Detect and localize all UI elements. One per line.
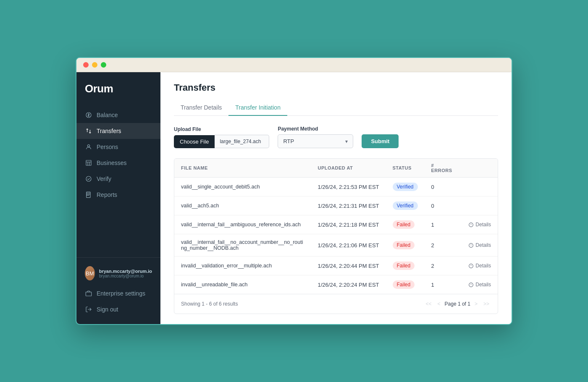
status-badge: Verified xyxy=(393,201,418,210)
cell-status: Verified xyxy=(386,178,425,196)
page-title: Transfers xyxy=(174,82,498,93)
details-link[interactable]: Details xyxy=(468,263,491,269)
details-link[interactable]: Details xyxy=(468,282,491,288)
cell-file-name: invalid__unreadable_file.ach xyxy=(174,275,311,294)
traffic-light-red[interactable] xyxy=(83,62,89,68)
sidebar-item-transfers[interactable]: Transfers xyxy=(76,123,160,139)
table-row: valid__internal_fail__ambiguous_referenc… xyxy=(174,215,498,234)
page-info: Page 1 of 1 xyxy=(445,301,470,307)
next-page-button[interactable]: > xyxy=(473,300,479,308)
page-header: Transfers Transfer Details Transfer Init… xyxy=(160,72,512,116)
avatar: BM xyxy=(85,266,95,280)
col-file-name: FILE NAME xyxy=(174,159,311,178)
first-page-button[interactable]: << xyxy=(424,300,433,308)
file-name-display: large_file_274.ach xyxy=(215,135,269,148)
payment-section: Payment Method RTP ▾ xyxy=(278,126,353,148)
sidebar-item-label: Verify xyxy=(97,175,111,182)
prev-page-button[interactable]: < xyxy=(436,300,442,308)
app-container: Orum Balance Transfers xyxy=(76,72,512,324)
signout-icon xyxy=(85,306,92,313)
svg-rect-2 xyxy=(86,160,91,165)
user-email: bryan.mccarty@orum.io xyxy=(99,274,152,278)
last-page-button[interactable]: >> xyxy=(482,300,491,308)
sidebar-item-reports[interactable]: Reports xyxy=(76,187,160,203)
cell-details xyxy=(462,196,498,215)
sidebar-item-label: Persons xyxy=(97,144,118,150)
sidebar-bottom: BM bryan.mccarty@orum.io bryan.mccarty@o… xyxy=(76,257,160,317)
sidebar-item-verify[interactable]: Verify xyxy=(76,171,160,187)
sidebar: Orum Balance Transfers xyxy=(76,72,160,324)
sidebar-item-label: Enterprise settings xyxy=(97,290,145,297)
cell-details[interactable]: Details xyxy=(462,215,498,234)
tab-transfer-initiation[interactable]: Transfer Initiation xyxy=(228,100,287,116)
cell-details[interactable]: Details xyxy=(462,256,498,275)
transfer-icon xyxy=(85,127,92,135)
sidebar-nav: Balance Transfers Persons xyxy=(76,107,160,257)
user-text: bryan.mccarty@orum.io bryan.mccarty@orum… xyxy=(99,269,152,278)
cell-uploaded-at: 1/26/24, 2:21:18 PM EST xyxy=(311,215,386,234)
cell-errors: 0 xyxy=(425,196,462,215)
person-icon xyxy=(85,143,92,151)
cell-status: Failed xyxy=(386,215,425,234)
svg-point-1 xyxy=(87,145,89,147)
cell-errors: 1 xyxy=(425,215,462,234)
sidebar-item-persons[interactable]: Persons xyxy=(76,139,160,155)
browser-window: Orum Balance Transfers xyxy=(76,57,512,325)
sidebar-item-signout[interactable]: Sign out xyxy=(76,301,160,317)
table-row: valid__internal_fail__no_account_number_… xyxy=(174,234,498,256)
cell-details[interactable]: Details xyxy=(462,275,498,294)
payment-method-value: RTP xyxy=(283,138,294,144)
browser-titlebar xyxy=(76,58,512,72)
enterprise-icon xyxy=(85,290,92,297)
cell-uploaded-at: 1/26/24, 2:21:31 PM EST xyxy=(311,196,386,215)
cell-errors: 2 xyxy=(425,234,462,256)
table-row: invalid__validation_error__multiple.ach … xyxy=(174,256,498,275)
col-errors: # ERRORS xyxy=(425,159,462,178)
cell-details[interactable]: Details xyxy=(462,234,498,256)
chevron-down-icon: ▾ xyxy=(345,139,348,144)
cell-errors: 0 xyxy=(425,178,462,196)
status-badge: Failed xyxy=(393,262,415,270)
cell-uploaded-at: 1/26/24, 2:21:53 PM EST xyxy=(311,178,386,196)
tab-transfer-details[interactable]: Transfer Details xyxy=(174,100,228,116)
table-header-row: FILE NAME UPLOADED AT STATUS # ERRORS xyxy=(174,159,498,178)
col-uploaded-at: UPLOADED AT xyxy=(311,159,386,178)
showing-text: Showing 1 - 6 of 6 results xyxy=(181,301,238,307)
cell-file-name: valid__ach5.ach xyxy=(174,196,311,215)
submit-button[interactable]: Submit xyxy=(362,134,399,148)
details-link[interactable]: Details xyxy=(468,222,491,228)
content-area: Upload File Choose File large_file_274.a… xyxy=(160,116,512,324)
building-icon xyxy=(85,159,92,167)
traffic-light-yellow[interactable] xyxy=(92,62,97,68)
col-actions xyxy=(462,159,498,178)
dollar-circle-icon xyxy=(85,111,92,119)
cell-details xyxy=(462,178,498,196)
cell-uploaded-at: 1/26/24, 2:20:44 PM EST xyxy=(311,256,386,275)
choose-file-button[interactable]: Choose File xyxy=(174,135,215,148)
cell-file-name: valid__internal_fail__ambiguous_referenc… xyxy=(174,215,311,234)
svg-rect-5 xyxy=(86,292,91,296)
payment-method-select[interactable]: RTP ▾ xyxy=(278,134,353,148)
tabs: Transfer Details Transfer Initiation xyxy=(174,100,498,116)
sidebar-item-balance[interactable]: Balance xyxy=(76,107,160,123)
status-badge: Failed xyxy=(393,220,415,229)
upload-section: Upload File Choose File large_file_274.a… xyxy=(174,126,269,148)
status-badge: Failed xyxy=(393,280,415,289)
details-link[interactable]: Details xyxy=(468,242,491,248)
sidebar-item-businesses[interactable]: Businesses xyxy=(76,155,160,171)
svg-point-3 xyxy=(86,176,91,181)
cell-file-name: valid__single_account_debit5.ach xyxy=(174,178,311,196)
table-row: valid__ach5.ach 1/26/24, 2:21:31 PM EST … xyxy=(174,196,498,215)
cell-status: Verified xyxy=(386,196,425,215)
sidebar-item-label: Transfers xyxy=(97,128,121,134)
pagination-controls: << < Page 1 of 1 > >> xyxy=(424,300,491,308)
cell-status: Failed xyxy=(386,234,425,256)
pagination-row: Showing 1 - 6 of 6 results << < Page 1 o… xyxy=(174,294,498,314)
cell-errors: 2 xyxy=(425,256,462,275)
sidebar-logo: Orum xyxy=(76,82,160,107)
cell-file-name: valid__internal_fail__no_account_number_… xyxy=(174,234,311,256)
cell-uploaded-at: 1/26/24, 2:21:06 PM EST xyxy=(311,234,386,256)
sidebar-item-enterprise[interactable]: Enterprise settings xyxy=(76,285,160,301)
traffic-light-green[interactable] xyxy=(101,62,106,68)
cell-file-name: invalid__validation_error__multiple.ach xyxy=(174,256,311,275)
